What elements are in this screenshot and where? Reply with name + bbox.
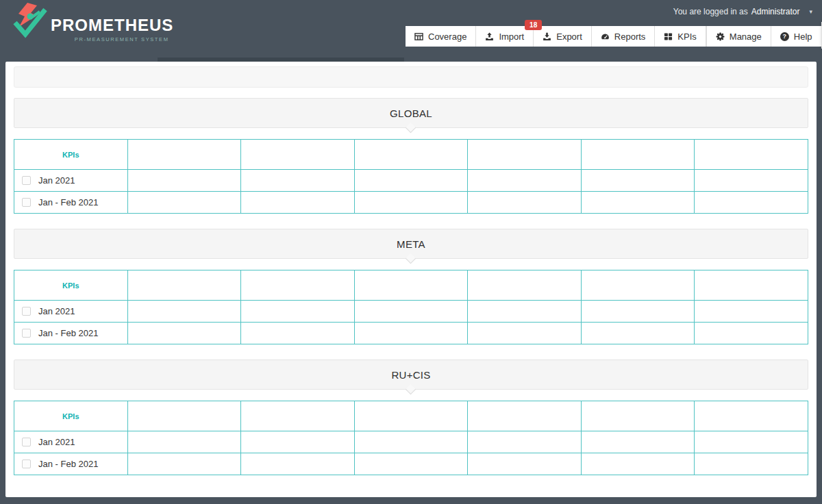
empty-column-header xyxy=(354,270,468,301)
gauge-icon xyxy=(601,32,610,41)
row-checkbox[interactable] xyxy=(22,329,31,338)
nav-help-label: Help xyxy=(794,32,812,42)
table-header-row: KPIs xyxy=(14,140,808,170)
nav-reports[interactable]: Reports xyxy=(591,26,655,47)
question-icon xyxy=(780,32,789,41)
empty-cell xyxy=(468,301,582,323)
table-header-row: KPIs xyxy=(14,401,808,431)
row-checkbox[interactable] xyxy=(22,438,31,446)
empty-column-header xyxy=(241,401,355,431)
main-nav: Coverage 18 Import Export xyxy=(406,26,814,47)
app-logo[interactable]: PROMETHEUS PR-MEASUREMENT SYSTEM xyxy=(10,2,173,42)
chevron-down-icon xyxy=(406,123,416,134)
table-row: Jan - Feb 2021 xyxy=(14,323,808,344)
username: Administrator xyxy=(751,7,800,16)
upload-icon xyxy=(485,32,494,41)
table-icon xyxy=(414,32,423,41)
empty-cell xyxy=(241,431,355,453)
empty-cell xyxy=(127,323,241,344)
empty-column-header xyxy=(695,140,808,170)
empty-cell xyxy=(581,170,695,192)
empty-cell xyxy=(127,301,241,323)
empty-cell xyxy=(354,453,468,475)
empty-cell xyxy=(241,323,355,344)
caret-down-icon[interactable] xyxy=(809,8,812,15)
grid-icon xyxy=(664,32,673,41)
table-row: Jan - Feb 2021 xyxy=(14,453,808,475)
section-header-meta[interactable]: META xyxy=(14,229,808,259)
empty-column-header xyxy=(468,270,582,301)
empty-cell xyxy=(127,192,241,214)
nav-help[interactable]: Help xyxy=(771,26,821,47)
empty-cell xyxy=(241,170,355,192)
empty-column-header xyxy=(354,401,468,431)
empty-cell xyxy=(695,453,808,475)
period-label: Jan 2021 xyxy=(38,306,75,316)
chevron-down-icon xyxy=(406,384,416,395)
section-title: RU+CIS xyxy=(391,369,430,381)
empty-cell xyxy=(695,192,808,214)
period-label: Jan - Feb 2021 xyxy=(38,459,98,469)
empty-column-header xyxy=(241,270,355,301)
nav-coverage[interactable]: Coverage xyxy=(406,26,475,47)
empty-cell xyxy=(695,301,808,323)
nav-kpis-label: KPIs xyxy=(677,32,696,42)
period-label: Jan - Feb 2021 xyxy=(38,328,98,338)
kpi-table-rucis: KPIs Jan 2021 Jan - Feb 2021 xyxy=(14,401,808,475)
empty-column-header xyxy=(127,270,241,301)
empty-column-header xyxy=(127,401,241,431)
filter-bar xyxy=(14,66,808,88)
nav-export-label: Export xyxy=(556,32,582,42)
app-header: PROMETHEUS PR-MEASUREMENT SYSTEM You are… xyxy=(0,0,822,59)
table-row: Jan 2021 xyxy=(14,170,808,192)
logo-icon xyxy=(10,2,48,42)
section-header-global[interactable]: GLOBAL xyxy=(14,98,808,128)
nav-manage[interactable]: Manage xyxy=(706,26,771,47)
table-row: Jan 2021 xyxy=(14,431,808,453)
nav-export[interactable]: Export xyxy=(533,26,591,47)
empty-cell xyxy=(581,453,695,475)
user-status: You are logged in as Administrator xyxy=(673,7,812,16)
nav-reports-label: Reports xyxy=(614,32,646,42)
empty-column-header xyxy=(695,401,808,431)
kpis-column-header: KPIs xyxy=(14,140,128,170)
gear-icon xyxy=(716,32,725,41)
empty-cell xyxy=(468,170,582,192)
empty-cell xyxy=(695,431,808,453)
table-row: Jan 2021 xyxy=(14,301,808,323)
empty-cell xyxy=(241,453,355,475)
empty-cell xyxy=(354,323,468,344)
empty-cell xyxy=(468,192,582,214)
nav-import-label: Import xyxy=(499,32,524,42)
empty-cell xyxy=(127,453,241,475)
empty-cell xyxy=(695,323,808,344)
empty-column-header xyxy=(581,140,695,170)
empty-cell xyxy=(581,431,695,453)
kpis-column-header: KPIs xyxy=(14,401,128,431)
logo-title: PROMETHEUS xyxy=(51,17,173,34)
kpi-table-meta: KPIs Jan 2021 Jan - Feb 2021 xyxy=(14,270,808,344)
logo-subtitle: PR-MEASUREMENT SYSTEM xyxy=(51,36,173,42)
nav-import[interactable]: 18 Import xyxy=(475,26,533,47)
empty-cell xyxy=(354,192,468,214)
table-row: Jan - Feb 2021 xyxy=(14,192,808,214)
section-header-rucis[interactable]: RU+CIS xyxy=(14,360,808,390)
empty-cell xyxy=(695,170,808,192)
empty-cell xyxy=(241,192,355,214)
kpis-column-header: KPIs xyxy=(14,270,128,301)
chevron-down-icon xyxy=(406,253,416,264)
row-checkbox[interactable] xyxy=(22,176,31,185)
row-checkbox[interactable] xyxy=(22,198,31,207)
empty-column-header xyxy=(695,270,808,301)
table-header-row: KPIs xyxy=(14,270,808,301)
empty-column-header xyxy=(354,140,468,170)
empty-cell xyxy=(127,431,241,453)
empty-cell xyxy=(354,301,468,323)
row-checkbox[interactable] xyxy=(22,307,31,316)
nav-kpis[interactable]: KPIs xyxy=(654,26,705,47)
kpi-table-global: KPIs Jan 2021 Jan - Feb 2021 xyxy=(14,139,808,214)
row-checkbox[interactable] xyxy=(22,459,31,468)
empty-cell xyxy=(354,170,468,192)
empty-column-header xyxy=(241,140,355,170)
empty-cell xyxy=(581,301,695,323)
